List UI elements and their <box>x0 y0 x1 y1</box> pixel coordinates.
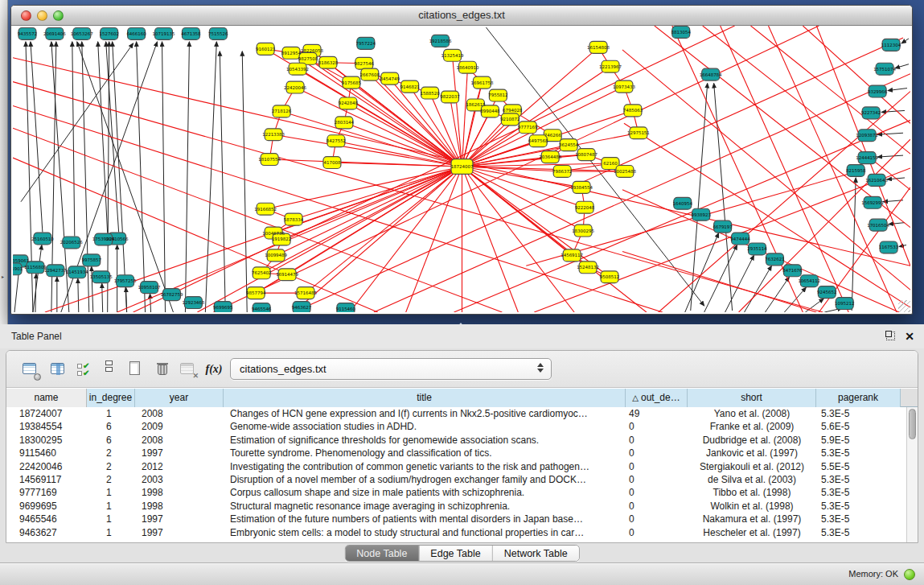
column-header-short[interactable]: short <box>688 389 816 407</box>
select-visible-columns-button[interactable]: ✔ ✔ <box>74 359 95 380</box>
table-tabs-bar: Node TableEdge TableNetwork Table <box>0 543 924 564</box>
cell-short: Wolkin et al. (1998) <box>688 500 816 513</box>
citation-edge-red <box>624 123 910 307</box>
graph-node-label: 7632621 <box>765 257 784 262</box>
citation-edge-red <box>462 68 467 167</box>
row-height-button[interactable] <box>98 359 119 380</box>
network-canvas-container[interactable]: 1872400791601238912954182260589827508105… <box>13 26 910 312</box>
tab-edge-table[interactable]: Edge Table <box>419 546 492 561</box>
gear-icon <box>34 373 41 381</box>
graph-node-label: 12444159 <box>856 155 878 160</box>
table-row[interactable]: 969969511998Structural magnetic resonanc… <box>6 500 906 513</box>
graph-node-label: 9435572 <box>18 31 37 36</box>
cell-out_de: 0 <box>626 486 688 499</box>
table-selector-dropdown[interactable]: citations_edges.txt <box>230 358 552 380</box>
graph-node-label: 19218586 <box>429 39 452 43</box>
table-row[interactable]: 1456911722003Disruption of a novel membe… <box>6 473 906 486</box>
cell-in_degree: 1 <box>87 407 135 420</box>
cell-pagerank: 5.3E-5 <box>816 486 901 499</box>
column-header-name[interactable]: name <box>6 389 87 407</box>
graph-node-label: 12942737 <box>44 268 67 273</box>
network-canvas[interactable]: 1872400791601238912954182260589827508105… <box>13 26 910 312</box>
graph-node-label: 9329966 <box>868 89 888 94</box>
table-row[interactable]: 911546021997Tourette syndrome. Phenomeno… <box>6 447 906 459</box>
cell-pagerank: 5.3E-5 <box>816 526 901 539</box>
graph-node-label: 3624554 <box>559 142 579 147</box>
cell-pagerank: 5.5E-5 <box>816 460 901 473</box>
float-panel-icon[interactable] <box>886 332 895 340</box>
show-columns-button[interactable] <box>48 359 69 380</box>
create-column-button[interactable] <box>125 359 146 380</box>
cell-in_degree: 1 <box>87 486 135 499</box>
cell-year: 1998 <box>135 486 224 499</box>
graph-node-label: 10046736 <box>262 231 285 236</box>
cell-name: 18724007 <box>6 407 87 420</box>
network-window-titlebar[interactable]: citations_edges.txt <box>11 6 912 26</box>
table-row[interactable]: 2242004622012Investigating the contribut… <box>6 460 906 473</box>
new-document-icon <box>129 361 140 375</box>
table-row[interactable]: 977716911998Corpus callosum shape and si… <box>6 486 906 499</box>
panel-divider-handle[interactable] <box>456 316 466 322</box>
cell-out_de: 0 <box>626 460 688 473</box>
tab-node-table[interactable]: Node Table <box>345 546 419 561</box>
graph-node-label: 1095212 <box>835 301 854 306</box>
graph-node-label: 62160 <box>603 161 618 166</box>
delete-table-button[interactable]: ✕ <box>178 359 199 380</box>
column-header-year[interactable]: year <box>135 389 224 407</box>
citation-edge-black <box>185 42 189 312</box>
column-header-pagerank[interactable]: pagerank <box>816 389 901 407</box>
table-row[interactable]: 1872400712008Changes of HCN gene express… <box>6 407 906 420</box>
graph-node-label: 20206526 <box>60 240 83 245</box>
zoom-traffic-light-icon[interactable] <box>53 10 64 21</box>
graph-node-label: 1588520 <box>420 91 440 96</box>
graph-node-label: 746266 <box>544 133 561 138</box>
vertical-scrollbar[interactable] <box>906 407 918 542</box>
citation-edge-black <box>33 245 42 312</box>
cell-in_degree: 1 <box>87 513 135 525</box>
graph-node-label: 14569117 <box>561 253 583 257</box>
graph-node-label: 16210643 <box>865 178 888 183</box>
graph-node-label: 10654112 <box>798 278 820 283</box>
column-header-in_degree[interactable]: in_degree <box>87 389 135 407</box>
column-header-out_de[interactable]: △out_de… <box>626 389 688 407</box>
graph-node-label: 8186328 <box>318 60 339 65</box>
cell-short: Hescheler et al. (1997) <box>688 526 816 539</box>
close-panel-icon[interactable]: ✕ <box>905 329 914 344</box>
scrollbar-thumb[interactable] <box>909 409 916 439</box>
citation-edge-red <box>816 26 910 266</box>
citation-edge-black <box>877 155 903 157</box>
table-options-button[interactable] <box>20 359 41 380</box>
delete-columns-button[interactable] <box>152 359 173 380</box>
graph-node-label: 9827546 <box>355 61 375 66</box>
table-row[interactable]: 946554611997Estimation of the future num… <box>6 513 906 525</box>
graph-node-label: 9777169 <box>518 125 538 130</box>
graph-node-label: 15248132 <box>577 265 599 270</box>
graph-node-label: 9822037 <box>440 94 460 99</box>
cell-out_de: 49 <box>626 407 688 420</box>
graph-node-label: 6679197 <box>713 225 733 229</box>
citation-edge-black <box>901 39 909 43</box>
column-header-title[interactable]: title <box>224 389 626 407</box>
graph-node-label: 18300295 <box>572 229 594 233</box>
cell-short: Franke et al. (2009) <box>688 420 816 433</box>
table-row[interactable]: 1938455462009Genome-wide association stu… <box>6 420 906 433</box>
table-toolbar: ✔ ✔ ✕ f(x) citations_edges.txt <box>6 351 918 388</box>
dropdown-arrows-icon <box>537 363 544 373</box>
graph-node-label: 20364486 <box>539 154 561 159</box>
graph-node-label: 9463627 <box>292 305 312 310</box>
citation-edge-red <box>133 26 735 312</box>
resize-grip[interactable] <box>898 300 910 312</box>
graph-node-label: 16961758 <box>470 80 493 85</box>
collapsed-side-panel[interactable]: ▸ <box>0 0 8 324</box>
table-row[interactable]: 1830029562008Estimation of significance … <box>6 434 906 447</box>
function-builder-button[interactable]: f(x) <box>203 359 224 380</box>
close-traffic-light-icon[interactable] <box>21 10 31 21</box>
minimize-traffic-light-icon[interactable] <box>37 10 47 21</box>
table-row[interactable]: 946362711997Embryonic stem cells: a mode… <box>6 526 906 539</box>
cell-year: 2008 <box>135 407 224 420</box>
graph-node-label: 9222048 <box>575 205 595 210</box>
graph-node-label: 3915901 <box>13 266 23 271</box>
tab-network-table[interactable]: Network Table <box>493 546 579 561</box>
graph-node-label: 15751074 <box>873 67 896 72</box>
citation-edge-black <box>220 51 225 312</box>
